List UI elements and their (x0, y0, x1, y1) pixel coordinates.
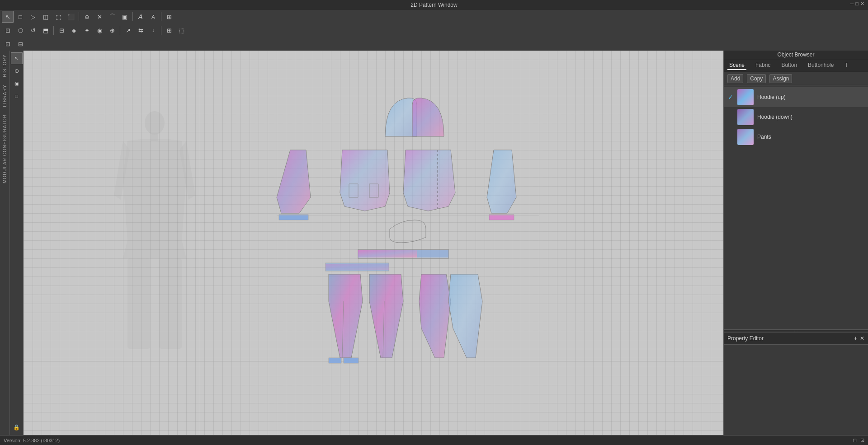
diamond-btn[interactable]: ◈ (68, 24, 80, 36)
svg-rect-13 (329, 358, 341, 363)
play-btn[interactable]: ▷ (27, 11, 39, 23)
tool-panel: ↖ ⊙ ◉ □ 🔒 (10, 51, 24, 435)
close-btn[interactable]: ✕ (860, 1, 864, 7)
label-pants: Pants (757, 134, 771, 140)
select-side-btn[interactable]: ↖ (11, 52, 23, 64)
pants-waistband (326, 263, 389, 271)
hoodie-back-right (487, 150, 516, 220)
circle-side-btn[interactable]: ◉ (11, 78, 23, 89)
check-pants: ✓ (727, 134, 734, 140)
tab-t[interactable]: T (843, 61, 849, 70)
select-tool-btn[interactable]: ↖ (2, 11, 14, 23)
hex-btn[interactable]: ⬡ (14, 24, 26, 36)
toolbar-row-2: ⊡ ⬡ ↺ ⬒ ⊟ ◈ ✦ ◉ ⊕ ↗ ⇆ ↕ ⊞ ⬚ (0, 23, 868, 37)
tab-fabric[interactable]: Fabric (754, 61, 772, 70)
pattern-btn[interactable]: ▣ (119, 11, 131, 23)
label-hoodie-down: Hoodie (down) (757, 114, 793, 120)
circle-btn[interactable]: ⊕ (106, 24, 118, 36)
text-btn-2[interactable]: A (147, 11, 159, 23)
tab-buttonhole[interactable]: Buttonhole (806, 61, 835, 70)
property-editor-header: Property Editor + ✕ (724, 333, 868, 345)
arrow-btn[interactable]: ↗ (122, 24, 134, 36)
sep2 (132, 12, 133, 21)
property-editor-content (724, 345, 868, 435)
hoodie-center-piece (340, 150, 390, 211)
hood-right-piece (412, 98, 444, 136)
toolbar-row-1: ↖ □ ▷ ◫ ⬚ ⬛ ⊕ ✕ ⌒ ▣ A A ⊞ (0, 10, 868, 23)
minus-btn[interactable]: ⊟ (56, 24, 67, 36)
object-browser-title-text: Object Browser (777, 52, 814, 58)
svg-rect-9 (358, 250, 417, 258)
copy-object-btn[interactable]: Copy (747, 74, 766, 83)
fill-btn[interactable]: ⬛ (65, 11, 77, 23)
sep1 (79, 12, 79, 21)
zoom-btn[interactable]: ◻ (853, 437, 857, 443)
grid-view-btn[interactable]: ⊞ (163, 11, 175, 23)
pants-front-right (419, 274, 451, 358)
rect-tool-btn[interactable]: □ (14, 11, 26, 23)
right-panel: Object Browser Scene Fabric Button Butto… (723, 51, 868, 435)
tab-scene[interactable]: Scene (727, 61, 746, 70)
star-btn[interactable]: ✦ (81, 24, 93, 36)
sidebar-label-history[interactable]: HISTORY (1, 51, 8, 81)
add-point-btn[interactable]: ⊕ (81, 11, 93, 23)
thumbnail-hoodie-up (737, 89, 754, 105)
maximize-btn[interactable]: □ (855, 1, 859, 7)
add-object-btn[interactable]: Add (727, 74, 743, 83)
pants-front-left (329, 274, 363, 363)
snap-btn[interactable]: ⬚ (176, 24, 188, 36)
orbit-side-btn[interactable]: ⊙ (11, 65, 23, 77)
canvas-area[interactable] (24, 51, 723, 435)
del-point-btn[interactable]: ✕ (94, 11, 105, 23)
sidebar-label-library[interactable]: LIBRARY (1, 81, 8, 111)
grid-btn[interactable]: ⬚ (52, 11, 64, 23)
prop-expand-btn[interactable]: + (854, 335, 857, 342)
version-text: Version: 5.2.382 (r30312) (4, 438, 60, 443)
collar-piece (390, 220, 426, 243)
thumbnail-pants (737, 129, 754, 145)
thumbnail-hoodie-down (737, 109, 754, 125)
updown-btn[interactable]: ↕ (147, 24, 159, 36)
pants-back-right (448, 274, 482, 358)
flip-btn[interactable]: ⇆ (135, 24, 146, 36)
list-item-hoodie-down[interactable]: ✓ Hoodie (down) (724, 107, 868, 127)
list-item-pants[interactable]: ✓ Pants (724, 127, 868, 147)
window-title: 2D Pattern Window (410, 2, 457, 8)
tab-button[interactable]: Button (779, 61, 799, 70)
fit-btn[interactable]: ⊡ (860, 437, 864, 443)
prop-close-btn[interactable]: ✕ (860, 335, 864, 342)
grid2-btn[interactable]: ⊞ (163, 24, 175, 36)
list-item-hoodie-up[interactable]: ✓ Hoodie (up) (724, 87, 868, 107)
svg-rect-10 (417, 250, 448, 258)
home-btn[interactable]: ⊡ (2, 38, 14, 50)
text-btn-1[interactable]: A (135, 11, 146, 23)
assign-object-btn[interactable]: Assign (769, 74, 792, 83)
split-btn[interactable]: ◫ (40, 11, 52, 23)
property-editor: Property Editor + ✕ (724, 332, 868, 435)
lock-btn[interactable]: ⊟ (14, 38, 26, 50)
hoodie-center-right (403, 150, 455, 211)
rect-side-btn[interactable]: □ (11, 90, 23, 102)
pants-back-left (369, 274, 403, 358)
toolbar-area: ↖ □ ▷ ◫ ⬚ ⬛ ⊕ ✕ ⌒ ▣ A A ⊞ ⊡ ⬡ ↺ ⬒ ⊟ ◈ ✦ … (0, 10, 868, 51)
object-browser-title-bar: Object Browser (724, 51, 868, 59)
object-list: ✓ Hoodie (up) ✓ Hoodie (down) ✓ Pants (724, 85, 868, 329)
object-browser-panel: Object Browser Scene Fabric Button Butto… (724, 51, 868, 329)
left-labels: HISTORY LIBRARY MODULAR CONFIGURATOR (0, 51, 10, 435)
lock-side-btn[interactable]: 🔒 (11, 422, 23, 433)
sidebar-label-modular[interactable]: MODULAR CONFIGURATOR (1, 111, 8, 187)
minimize-btn[interactable]: ─ (850, 1, 854, 7)
curve-btn[interactable]: ⌒ (106, 11, 118, 23)
hoodie-front-left (277, 150, 311, 220)
arrange-btn[interactable]: ⊡ (2, 24, 14, 36)
property-editor-title: Property Editor (727, 335, 764, 342)
sep3 (161, 12, 161, 21)
svg-rect-12 (326, 264, 389, 270)
object-browser-tab-bar: Scene Fabric Button Buttonhole T (724, 59, 868, 72)
check-hoodie-down: ✓ (727, 114, 734, 120)
sep6 (161, 26, 161, 35)
rotate-btn[interactable]: ↺ (27, 24, 39, 36)
split2-btn[interactable]: ⬒ (40, 24, 52, 36)
title-bar: 2D Pattern Window ─ □ ✕ (0, 0, 868, 10)
dot-btn[interactable]: ◉ (94, 24, 105, 36)
